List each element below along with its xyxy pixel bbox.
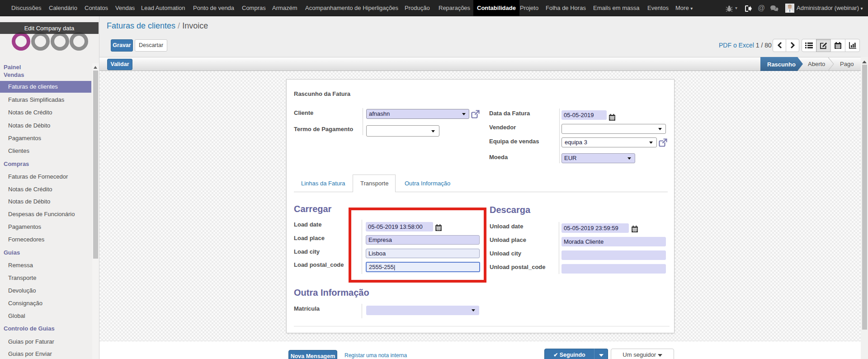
svg-text:Aberto: Aberto — [808, 61, 825, 67]
svg-text:Pago: Pago — [840, 61, 854, 67]
svg-text:Rascunho: Rascunho — [767, 61, 796, 68]
